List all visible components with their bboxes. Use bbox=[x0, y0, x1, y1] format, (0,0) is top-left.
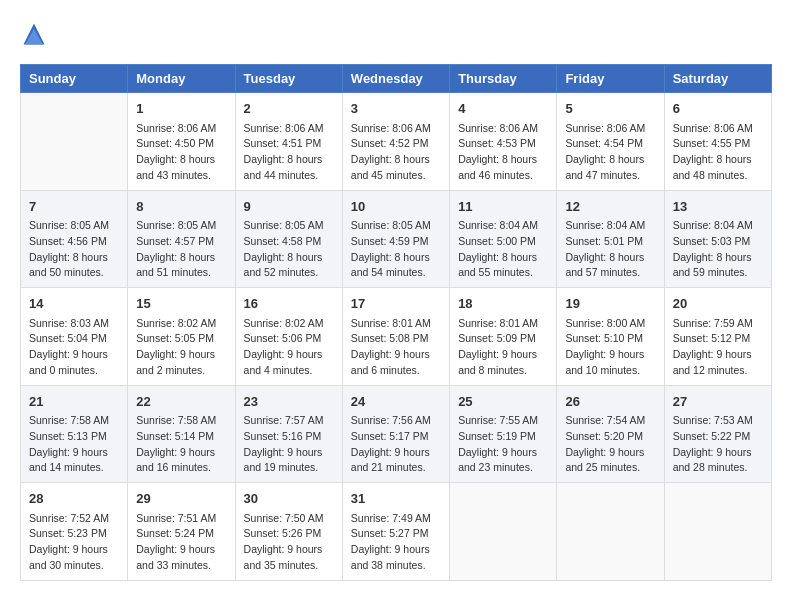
day-number: 16 bbox=[244, 294, 334, 314]
calendar-cell bbox=[450, 483, 557, 581]
calendar-cell: 16Sunrise: 8:02 AMSunset: 5:06 PMDayligh… bbox=[235, 288, 342, 386]
calendar-cell: 22Sunrise: 7:58 AMSunset: 5:14 PMDayligh… bbox=[128, 385, 235, 483]
calendar-cell: 7Sunrise: 8:05 AMSunset: 4:56 PMDaylight… bbox=[21, 190, 128, 288]
day-info: Sunrise: 7:56 AMSunset: 5:17 PMDaylight:… bbox=[351, 413, 441, 476]
week-row-4: 21Sunrise: 7:58 AMSunset: 5:13 PMDayligh… bbox=[21, 385, 772, 483]
day-info: Sunrise: 7:49 AMSunset: 5:27 PMDaylight:… bbox=[351, 511, 441, 574]
calendar-cell bbox=[21, 93, 128, 191]
calendar-table: SundayMondayTuesdayWednesdayThursdayFrid… bbox=[20, 64, 772, 581]
calendar-cell: 14Sunrise: 8:03 AMSunset: 5:04 PMDayligh… bbox=[21, 288, 128, 386]
weekday-header-saturday: Saturday bbox=[664, 65, 771, 93]
calendar-cell: 21Sunrise: 7:58 AMSunset: 5:13 PMDayligh… bbox=[21, 385, 128, 483]
calendar-cell: 11Sunrise: 8:04 AMSunset: 5:00 PMDayligh… bbox=[450, 190, 557, 288]
calendar-cell: 10Sunrise: 8:05 AMSunset: 4:59 PMDayligh… bbox=[342, 190, 449, 288]
day-info: Sunrise: 8:04 AMSunset: 5:01 PMDaylight:… bbox=[565, 218, 655, 281]
calendar-cell: 27Sunrise: 7:53 AMSunset: 5:22 PMDayligh… bbox=[664, 385, 771, 483]
calendar-cell: 20Sunrise: 7:59 AMSunset: 5:12 PMDayligh… bbox=[664, 288, 771, 386]
day-info: Sunrise: 7:55 AMSunset: 5:19 PMDaylight:… bbox=[458, 413, 548, 476]
week-row-2: 7Sunrise: 8:05 AMSunset: 4:56 PMDaylight… bbox=[21, 190, 772, 288]
day-info: Sunrise: 8:04 AMSunset: 5:03 PMDaylight:… bbox=[673, 218, 763, 281]
logo bbox=[20, 20, 52, 48]
day-info: Sunrise: 8:03 AMSunset: 5:04 PMDaylight:… bbox=[29, 316, 119, 379]
day-number: 26 bbox=[565, 392, 655, 412]
weekday-header-monday: Monday bbox=[128, 65, 235, 93]
day-number: 8 bbox=[136, 197, 226, 217]
day-info: Sunrise: 7:52 AMSunset: 5:23 PMDaylight:… bbox=[29, 511, 119, 574]
calendar-cell: 5Sunrise: 8:06 AMSunset: 4:54 PMDaylight… bbox=[557, 93, 664, 191]
calendar-cell bbox=[664, 483, 771, 581]
day-number: 19 bbox=[565, 294, 655, 314]
day-number: 30 bbox=[244, 489, 334, 509]
day-number: 10 bbox=[351, 197, 441, 217]
day-info: Sunrise: 8:01 AMSunset: 5:09 PMDaylight:… bbox=[458, 316, 548, 379]
week-row-1: 1Sunrise: 8:06 AMSunset: 4:50 PMDaylight… bbox=[21, 93, 772, 191]
day-number: 7 bbox=[29, 197, 119, 217]
day-number: 3 bbox=[351, 99, 441, 119]
day-number: 18 bbox=[458, 294, 548, 314]
calendar-cell: 6Sunrise: 8:06 AMSunset: 4:55 PMDaylight… bbox=[664, 93, 771, 191]
day-info: Sunrise: 8:01 AMSunset: 5:08 PMDaylight:… bbox=[351, 316, 441, 379]
day-info: Sunrise: 8:02 AMSunset: 5:06 PMDaylight:… bbox=[244, 316, 334, 379]
day-info: Sunrise: 7:50 AMSunset: 5:26 PMDaylight:… bbox=[244, 511, 334, 574]
day-number: 9 bbox=[244, 197, 334, 217]
day-number: 28 bbox=[29, 489, 119, 509]
weekday-header-wednesday: Wednesday bbox=[342, 65, 449, 93]
day-info: Sunrise: 8:05 AMSunset: 4:58 PMDaylight:… bbox=[244, 218, 334, 281]
day-info: Sunrise: 8:06 AMSunset: 4:51 PMDaylight:… bbox=[244, 121, 334, 184]
calendar-cell: 17Sunrise: 8:01 AMSunset: 5:08 PMDayligh… bbox=[342, 288, 449, 386]
calendar-cell: 26Sunrise: 7:54 AMSunset: 5:20 PMDayligh… bbox=[557, 385, 664, 483]
calendar-cell: 15Sunrise: 8:02 AMSunset: 5:05 PMDayligh… bbox=[128, 288, 235, 386]
day-number: 17 bbox=[351, 294, 441, 314]
day-number: 2 bbox=[244, 99, 334, 119]
calendar-cell: 12Sunrise: 8:04 AMSunset: 5:01 PMDayligh… bbox=[557, 190, 664, 288]
calendar-cell: 25Sunrise: 7:55 AMSunset: 5:19 PMDayligh… bbox=[450, 385, 557, 483]
day-number: 31 bbox=[351, 489, 441, 509]
day-number: 22 bbox=[136, 392, 226, 412]
day-number: 5 bbox=[565, 99, 655, 119]
day-info: Sunrise: 7:58 AMSunset: 5:13 PMDaylight:… bbox=[29, 413, 119, 476]
day-number: 25 bbox=[458, 392, 548, 412]
calendar-cell: 18Sunrise: 8:01 AMSunset: 5:09 PMDayligh… bbox=[450, 288, 557, 386]
calendar-cell: 9Sunrise: 8:05 AMSunset: 4:58 PMDaylight… bbox=[235, 190, 342, 288]
day-info: Sunrise: 8:06 AMSunset: 4:50 PMDaylight:… bbox=[136, 121, 226, 184]
day-number: 20 bbox=[673, 294, 763, 314]
day-number: 11 bbox=[458, 197, 548, 217]
day-number: 4 bbox=[458, 99, 548, 119]
weekday-header-tuesday: Tuesday bbox=[235, 65, 342, 93]
calendar-cell: 31Sunrise: 7:49 AMSunset: 5:27 PMDayligh… bbox=[342, 483, 449, 581]
day-info: Sunrise: 7:57 AMSunset: 5:16 PMDaylight:… bbox=[244, 413, 334, 476]
calendar-cell: 3Sunrise: 8:06 AMSunset: 4:52 PMDaylight… bbox=[342, 93, 449, 191]
day-number: 23 bbox=[244, 392, 334, 412]
week-row-5: 28Sunrise: 7:52 AMSunset: 5:23 PMDayligh… bbox=[21, 483, 772, 581]
calendar-cell: 30Sunrise: 7:50 AMSunset: 5:26 PMDayligh… bbox=[235, 483, 342, 581]
weekday-header-friday: Friday bbox=[557, 65, 664, 93]
day-number: 6 bbox=[673, 99, 763, 119]
logo-icon bbox=[20, 20, 48, 48]
weekday-header-sunday: Sunday bbox=[21, 65, 128, 93]
calendar-cell: 8Sunrise: 8:05 AMSunset: 4:57 PMDaylight… bbox=[128, 190, 235, 288]
calendar-cell: 13Sunrise: 8:04 AMSunset: 5:03 PMDayligh… bbox=[664, 190, 771, 288]
calendar-cell: 24Sunrise: 7:56 AMSunset: 5:17 PMDayligh… bbox=[342, 385, 449, 483]
day-info: Sunrise: 8:06 AMSunset: 4:52 PMDaylight:… bbox=[351, 121, 441, 184]
day-number: 29 bbox=[136, 489, 226, 509]
day-info: Sunrise: 7:51 AMSunset: 5:24 PMDaylight:… bbox=[136, 511, 226, 574]
day-info: Sunrise: 8:00 AMSunset: 5:10 PMDaylight:… bbox=[565, 316, 655, 379]
day-number: 27 bbox=[673, 392, 763, 412]
week-row-3: 14Sunrise: 8:03 AMSunset: 5:04 PMDayligh… bbox=[21, 288, 772, 386]
day-number: 15 bbox=[136, 294, 226, 314]
day-info: Sunrise: 7:54 AMSunset: 5:20 PMDaylight:… bbox=[565, 413, 655, 476]
day-info: Sunrise: 8:06 AMSunset: 4:54 PMDaylight:… bbox=[565, 121, 655, 184]
day-info: Sunrise: 8:04 AMSunset: 5:00 PMDaylight:… bbox=[458, 218, 548, 281]
day-info: Sunrise: 8:06 AMSunset: 4:55 PMDaylight:… bbox=[673, 121, 763, 184]
calendar-cell bbox=[557, 483, 664, 581]
day-number: 24 bbox=[351, 392, 441, 412]
day-number: 13 bbox=[673, 197, 763, 217]
calendar-cell: 28Sunrise: 7:52 AMSunset: 5:23 PMDayligh… bbox=[21, 483, 128, 581]
calendar-cell: 4Sunrise: 8:06 AMSunset: 4:53 PMDaylight… bbox=[450, 93, 557, 191]
day-info: Sunrise: 8:05 AMSunset: 4:59 PMDaylight:… bbox=[351, 218, 441, 281]
calendar-cell: 23Sunrise: 7:57 AMSunset: 5:16 PMDayligh… bbox=[235, 385, 342, 483]
day-info: Sunrise: 8:05 AMSunset: 4:57 PMDaylight:… bbox=[136, 218, 226, 281]
day-number: 1 bbox=[136, 99, 226, 119]
day-info: Sunrise: 8:02 AMSunset: 5:05 PMDaylight:… bbox=[136, 316, 226, 379]
weekday-header-row: SundayMondayTuesdayWednesdayThursdayFrid… bbox=[21, 65, 772, 93]
